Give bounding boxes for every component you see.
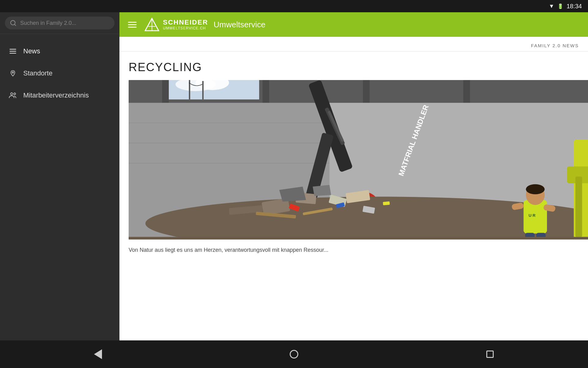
brand-sub: UMWELTSERVICE.CH (163, 26, 208, 30)
article-title: RECYCLING (119, 58, 588, 80)
brand-logo: SCHNEIDER UMWELTSERVICE.CH Umweltservice (144, 18, 266, 31)
article-container[interactable]: FAMILY 2.0 NEWS RECYCLING (119, 37, 588, 340)
sidebar-item-news-label: News (23, 47, 40, 55)
family-news-label: FAMILY 2.0 NEWS (119, 37, 588, 52)
search-icon (10, 20, 17, 26)
svg-line-1 (14, 24, 16, 25)
hamburger-line-1 (128, 22, 137, 23)
recycling-svg: MATFRIAL HANDLER (129, 80, 588, 240)
search-wrapper[interactable] (5, 17, 115, 29)
home-icon (290, 350, 298, 358)
nav-list: News Standorte (0, 34, 119, 113)
svg-rect-22 (202, 81, 203, 99)
svg-point-6 (11, 93, 13, 95)
sidebar-item-standorte[interactable]: Standorte (0, 62, 119, 84)
brand-name: SCHNEIDER (163, 19, 208, 26)
svg-rect-59 (129, 237, 588, 240)
svg-point-7 (14, 93, 16, 95)
top-bar: SCHNEIDER UMWELTSERVICE.CH Umweltservice (119, 12, 588, 37)
status-bar: ▼ 🔋 18:34 (0, 0, 588, 12)
recent-button[interactable] (478, 342, 502, 366)
schneider-logo-mark (144, 18, 160, 31)
svg-point-48 (526, 184, 545, 194)
back-icon (94, 349, 102, 359)
clock: 18:34 (567, 3, 582, 10)
app-title: Umweltservice (214, 20, 266, 29)
search-input[interactable] (20, 20, 110, 26)
svg-rect-16 (363, 80, 370, 106)
list-icon (9, 47, 17, 56)
logo-text: SCHNEIDER UMWELTSERVICE.CH (163, 19, 208, 30)
svg-rect-58 (575, 177, 582, 237)
hamburger-button[interactable] (127, 21, 138, 29)
location-icon (9, 69, 17, 78)
hamburger-line-3 (128, 27, 137, 28)
hamburger-line-2 (128, 24, 137, 25)
sidebar-item-standorte-label: Standorte (23, 69, 52, 77)
article-excerpt: Von Natur aus liegt es uns am Herzen, ve… (119, 240, 588, 261)
svg-rect-15 (262, 80, 269, 106)
svg-rect-14 (162, 80, 169, 106)
content-area: SCHNEIDER UMWELTSERVICE.CH Umweltservice… (119, 12, 588, 340)
home-button[interactable] (282, 342, 306, 366)
recent-icon (486, 351, 494, 358)
svg-rect-17 (463, 80, 470, 106)
svg-rect-43 (383, 201, 390, 205)
svg-point-5 (12, 72, 14, 73)
main-container: News Standorte (0, 12, 588, 340)
wifi-icon: ▼ (549, 3, 554, 10)
back-button[interactable] (86, 342, 110, 366)
bottom-nav (0, 340, 588, 368)
search-bar (0, 12, 119, 34)
battery-icon: 🔋 (557, 3, 564, 9)
sidebar-item-mitarbeiter-label: Mitarbeiterverzeichnis (23, 91, 89, 99)
sidebar: News Standorte (0, 12, 119, 340)
sidebar-item-mitarbeiter[interactable]: Mitarbeiterverzeichnis (0, 84, 119, 106)
status-icons: ▼ 🔋 18:34 (549, 3, 582, 10)
sidebar-item-news[interactable]: News (0, 40, 119, 62)
svg-text:U R: U R (529, 213, 536, 218)
article-image: MATFRIAL HANDLER (129, 80, 588, 240)
people-icon (9, 91, 17, 100)
